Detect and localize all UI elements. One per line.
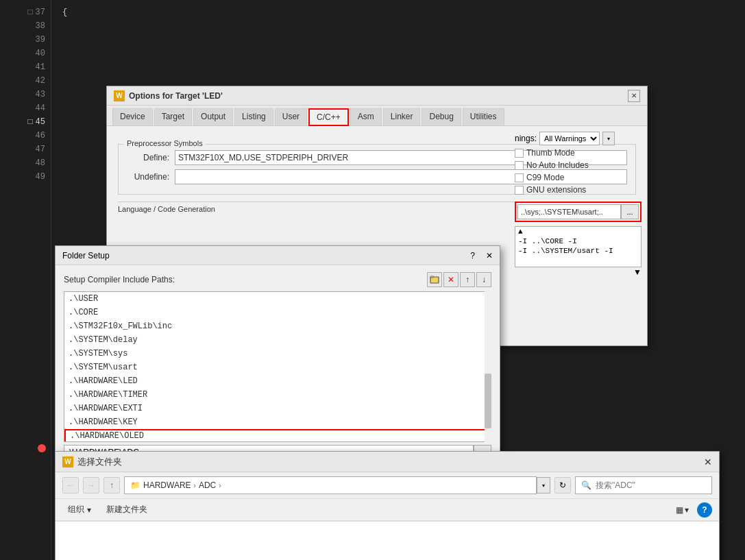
setup-compiler-label: Setup Compiler Include Paths: — [64, 275, 175, 284]
breakpoint-indicator — [38, 444, 46, 452]
folder-toolbar-buttons: ✕ ↑ ↓ — [427, 272, 491, 287]
nav-up-btn[interactable]: ↑ — [103, 477, 120, 494]
thumb-mode-row: Thumb Mode — [515, 148, 642, 158]
nav-forward-btn[interactable]: → — [83, 477, 99, 494]
tab-cpp[interactable]: C/C++ — [308, 108, 349, 126]
c99-mode-row: C99 Mode — [515, 173, 642, 182]
search-input[interactable] — [596, 480, 706, 490]
no-auto-includes-checkbox[interactable] — [515, 161, 524, 170]
select-folder-close[interactable]: ✕ — [704, 456, 712, 467]
organize-btn[interactable]: 组织 ▾ — [62, 502, 97, 518]
preprocessor-label: Preprocessor Symbols — [124, 139, 206, 147]
folder-dialog-help[interactable]: ? — [470, 251, 475, 260]
tab-device[interactable]: Device — [112, 108, 153, 125]
thumb-mode-label: Thumb Mode — [526, 148, 575, 158]
undefine-label: Undefine: — [127, 172, 175, 182]
warnings-select[interactable]: All Warnings — [539, 132, 600, 145]
scrollbar-thumb[interactable] — [485, 374, 491, 428]
line-41: 41 — [0, 60, 51, 74]
folder-titlebar: Folder Setup ? ✕ — [56, 246, 500, 265]
delete-path-btn[interactable]: ✕ — [443, 272, 459, 287]
breadcrumb-hardware[interactable]: HARDWARE — [143, 480, 191, 490]
path-timer[interactable]: .\HARDWARE\TIMER — [64, 388, 491, 402]
new-folder-btn[interactable] — [427, 272, 442, 287]
right-warnings-panel: nings: All Warnings ▾ Thumb Mode No Auto… — [515, 132, 642, 277]
include-item-core: -I ..\CORE -I — [515, 236, 641, 246]
warnings-label: nings: — [515, 134, 537, 143]
select-folder-titlebar: W 选择文件夹 ✕ — [56, 452, 719, 472]
breadcrumb-path: 📁 HARDWARE › ADC › — [124, 476, 537, 494]
svg-rect-1 — [430, 276, 434, 278]
move-down-btn[interactable]: ↓ — [476, 272, 491, 287]
warnings-dropdown-arrow[interactable]: ▾ — [602, 132, 615, 145]
line-39: 39 — [0, 33, 51, 47]
folder-setup-dialog: Folder Setup ? ✕ Setup Compiler Include … — [55, 245, 500, 467]
options-tabs-bar: Device Target Output Listing User C/C++ … — [107, 106, 647, 126]
thumb-mode-checkbox[interactable] — [515, 149, 524, 158]
line-38: 38 — [0, 19, 51, 33]
include-path-section: ... ▲ -I ..\CORE -I -I ..\SYSTEM/usart -… — [515, 202, 642, 277]
scroll-down-arrow: ▼ — [633, 267, 642, 277]
define-label: Define: — [127, 153, 175, 162]
line-40: 40 — [0, 47, 51, 60]
help-btn[interactable]: ? — [697, 502, 712, 518]
path-delay[interactable]: .\SYSTEM\delay — [64, 333, 491, 347]
folder-list[interactable]: .\USER .\CORE .\STM32F10x_FWLib\inc .\SY… — [64, 291, 491, 442]
code-line-41 — [62, 60, 734, 74]
path-core[interactable]: .\CORE — [64, 306, 491, 319]
breadcrumb-adc[interactable]: ADC — [199, 480, 216, 490]
path-user[interactable]: .\USER — [64, 292, 491, 306]
select-folder-keil-icon: W — [62, 456, 73, 467]
tab-asm[interactable]: Asm — [350, 108, 382, 125]
folder-toolbar: Setup Compiler Include Paths: ✕ ↑ ↓ — [64, 272, 491, 287]
path-key[interactable]: .\HARDWARE\KEY — [64, 415, 491, 429]
select-folder-nav: ← → ↑ 📁 HARDWARE › ADC › ▾ ↻ 🔍 — [56, 472, 719, 499]
view-btn[interactable]: ▦ ▾ — [670, 503, 694, 517]
select-folder-toolbar: 组织 ▾ 新建文件夹 ▦ ▾ ? — [56, 499, 719, 521]
path-exti[interactable]: .\HARDWARE\EXTI — [64, 402, 491, 415]
include-path-input[interactable] — [517, 204, 621, 219]
c99-mode-checkbox[interactable] — [515, 173, 524, 182]
code-line-39 — [62, 33, 734, 47]
line-43: 43 — [0, 88, 51, 101]
code-line-38 — [62, 19, 734, 33]
path-usart[interactable]: .\SYSTEM\usart — [64, 361, 491, 374]
nav-back-btn[interactable]: ← — [62, 477, 79, 494]
c99-mode-label: C99 Mode — [526, 173, 564, 182]
tab-user[interactable]: User — [275, 108, 307, 125]
organize-arrow: ▾ — [87, 505, 91, 515]
path-stm32[interactable]: .\STM32F10x_FWLib\inc — [64, 319, 491, 333]
select-folder-content — [56, 521, 719, 560]
new-folder-label: 新建文件夹 — [106, 504, 147, 514]
folder-dialog-close[interactable]: ✕ — [486, 251, 493, 260]
path-sys[interactable]: .\SYSTEM\sys — [64, 347, 491, 361]
folder-content: Setup Compiler Include Paths: ✕ ↑ ↓ .\US… — [56, 265, 500, 467]
tab-listing[interactable]: Listing — [234, 108, 273, 125]
search-box: 🔍 — [575, 476, 712, 494]
line-numbers: □ 37 38 39 40 41 42 43 44 □45 46 47 48 4… — [0, 0, 51, 560]
folder-list-scrollbar[interactable] — [485, 291, 491, 442]
path-dropdown[interactable]: ▾ — [537, 477, 550, 494]
gnu-extensions-checkbox[interactable] — [515, 186, 524, 195]
view-arrow: ▾ — [685, 505, 689, 515]
line-46: 46 — [0, 129, 51, 143]
new-folder-btn-select[interactable]: 新建文件夹 — [101, 502, 153, 518]
code-line-40 — [62, 47, 734, 60]
tab-target[interactable]: Target — [154, 108, 192, 125]
tab-debug[interactable]: Debug — [422, 108, 461, 125]
refresh-btn[interactable]: ↻ — [554, 477, 571, 494]
line-44: 44 — [0, 101, 51, 115]
tab-linker[interactable]: Linker — [383, 108, 421, 125]
options-dialog-close[interactable]: ✕ — [628, 90, 640, 102]
include-path-row: ... — [515, 202, 642, 222]
include-path-browse-btn[interactable]: ... — [621, 204, 639, 219]
line-37: □ 37 — [0, 5, 51, 19]
line-45: □45 — [0, 115, 51, 129]
options-dialog-title: Options for Target 'LED' — [129, 91, 223, 101]
path-oled[interactable]: .\HARDWARE\OLED — [64, 429, 491, 442]
gnu-extensions-label: GNU extensions — [526, 185, 586, 195]
move-up-btn[interactable]: ↑ — [460, 272, 475, 287]
path-led[interactable]: .\HARDWARE\LED — [64, 374, 491, 388]
tab-utilities[interactable]: Utilities — [463, 108, 504, 125]
tab-output[interactable]: Output — [193, 108, 233, 125]
